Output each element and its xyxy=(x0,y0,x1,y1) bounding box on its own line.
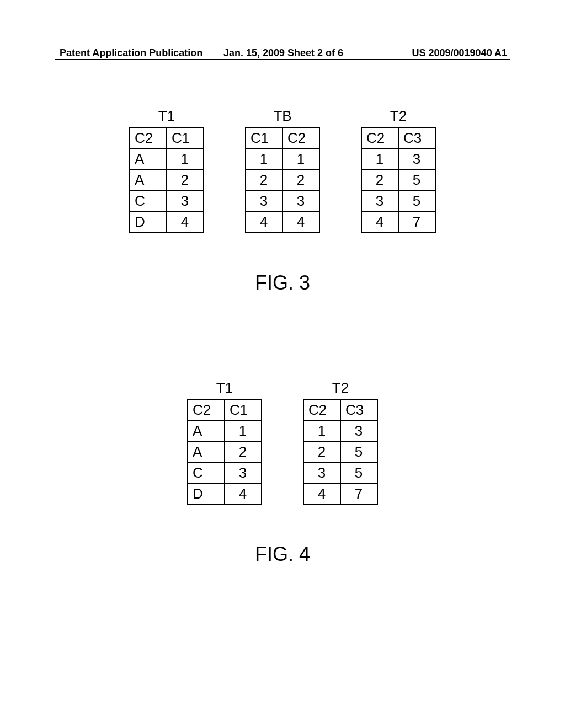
table-cell: C3 xyxy=(340,399,377,420)
table-cell: C2 xyxy=(188,399,225,420)
table-row: 33 xyxy=(246,190,319,211)
table-row: A1 xyxy=(188,420,262,441)
table-cell: 3 xyxy=(225,462,262,483)
table-t1-fig4: T1 C2C1 A1 A2 C3 D4 xyxy=(187,379,262,505)
table-row: D4 xyxy=(130,211,204,232)
table-cell: C2 xyxy=(361,127,398,148)
table-cell: C2 xyxy=(130,127,167,148)
data-table: C2C1 A1 A2 C3 D4 xyxy=(129,127,204,233)
table-cell: 2 xyxy=(361,169,398,190)
table-cell: 7 xyxy=(340,483,377,504)
table-row: 47 xyxy=(361,211,435,232)
table-cell: 3 xyxy=(361,190,398,211)
table-row: A1 xyxy=(130,148,204,169)
table-cell: C xyxy=(130,190,167,211)
table-cell: 5 xyxy=(340,462,377,483)
figure-4-tables: T1 C2C1 A1 A2 C3 D4 T2 C2C3 13 25 35 47 xyxy=(0,379,565,505)
table-t2-fig3: T2 C2C3 13 25 35 47 xyxy=(361,108,436,233)
table-cell: A xyxy=(188,441,225,462)
table-cell: C2 xyxy=(303,399,340,420)
figure-4-label: FIG. 4 xyxy=(0,543,565,566)
table-cell: 2 xyxy=(246,169,282,190)
table-cell: 2 xyxy=(303,441,340,462)
figure-3-label: FIG. 3 xyxy=(0,271,565,295)
table-cell: 1 xyxy=(361,148,398,169)
table-cell: A xyxy=(188,420,225,441)
table-cell: C1 xyxy=(225,399,262,420)
table-cell: 4 xyxy=(246,211,282,232)
table-cell: 4 xyxy=(361,211,398,232)
table-cell: 2 xyxy=(225,441,262,462)
table-row: C2C1 xyxy=(130,127,204,148)
table-cell: C1 xyxy=(246,127,282,148)
table-cell: C xyxy=(188,462,225,483)
table-row: 13 xyxy=(303,420,377,441)
table-title: TB xyxy=(273,108,291,125)
table-row: C2C3 xyxy=(361,127,435,148)
table-row: C2C1 xyxy=(188,399,262,420)
table-title: T2 xyxy=(332,379,349,397)
table-row: C3 xyxy=(188,462,262,483)
table-title: T1 xyxy=(216,379,233,397)
table-cell: 2 xyxy=(282,169,319,190)
table-cell: 1 xyxy=(282,148,319,169)
table-cell: 4 xyxy=(225,483,262,504)
table-row: 25 xyxy=(361,169,435,190)
table-cell: 1 xyxy=(303,420,340,441)
table-tb-fig3: TB C1C2 11 22 33 44 xyxy=(245,108,320,233)
table-cell: 4 xyxy=(167,211,204,232)
table-row: C1C2 xyxy=(246,127,319,148)
table-cell: 3 xyxy=(303,462,340,483)
table-cell: 3 xyxy=(167,190,204,211)
table-row: A2 xyxy=(188,441,262,462)
header-patent-number: US 2009/0019040 A1 xyxy=(358,47,507,59)
table-row: 13 xyxy=(361,148,435,169)
header-publication: Patent Application Publication xyxy=(60,47,209,59)
header-date-sheet: Jan. 15, 2009 Sheet 2 of 6 xyxy=(209,47,358,59)
table-cell: 1 xyxy=(167,148,204,169)
table-row: D4 xyxy=(188,483,262,504)
table-row: 35 xyxy=(361,190,435,211)
table-row: 25 xyxy=(303,441,377,462)
table-cell: 4 xyxy=(303,483,340,504)
table-cell: 1 xyxy=(225,420,262,441)
table-row: 47 xyxy=(303,483,377,504)
table-t1-fig3: T1 C2C1 A1 A2 C3 D4 xyxy=(129,108,204,233)
table-row: A2 xyxy=(130,169,204,190)
table-cell: D xyxy=(188,483,225,504)
table-cell: 5 xyxy=(398,190,435,211)
table-cell: D xyxy=(130,211,167,232)
table-cell: 5 xyxy=(398,169,435,190)
figure-3-tables: T1 C2C1 A1 A2 C3 D4 TB C1C2 11 22 33 44 … xyxy=(0,108,565,233)
table-cell: 5 xyxy=(340,441,377,462)
table-row: 22 xyxy=(246,169,319,190)
table-title: T2 xyxy=(390,108,407,125)
table-cell: C3 xyxy=(398,127,435,148)
data-table: C2C1 A1 A2 C3 D4 xyxy=(187,399,262,505)
table-title: T1 xyxy=(158,108,175,125)
table-row: 44 xyxy=(246,211,319,232)
data-table: C1C2 11 22 33 44 xyxy=(245,127,320,233)
table-t2-fig4: T2 C2C3 13 25 35 47 xyxy=(303,379,378,505)
table-cell: 1 xyxy=(246,148,282,169)
table-row: 11 xyxy=(246,148,319,169)
page-header: Patent Application Publication Jan. 15, … xyxy=(0,47,565,59)
table-row: C2C3 xyxy=(303,399,377,420)
table-cell: 3 xyxy=(282,190,319,211)
table-cell: 7 xyxy=(398,211,435,232)
table-cell: C1 xyxy=(167,127,204,148)
table-cell: 2 xyxy=(167,169,204,190)
table-cell: C2 xyxy=(282,127,319,148)
data-table: C2C3 13 25 35 47 xyxy=(361,127,436,233)
table-cell: A xyxy=(130,148,167,169)
header-divider xyxy=(55,59,510,60)
table-cell: A xyxy=(130,169,167,190)
table-cell: 3 xyxy=(246,190,282,211)
data-table: C2C3 13 25 35 47 xyxy=(303,399,378,505)
table-cell: 4 xyxy=(282,211,319,232)
table-row: 35 xyxy=(303,462,377,483)
table-row: C3 xyxy=(130,190,204,211)
table-cell: 3 xyxy=(398,148,435,169)
table-cell: 3 xyxy=(340,420,377,441)
